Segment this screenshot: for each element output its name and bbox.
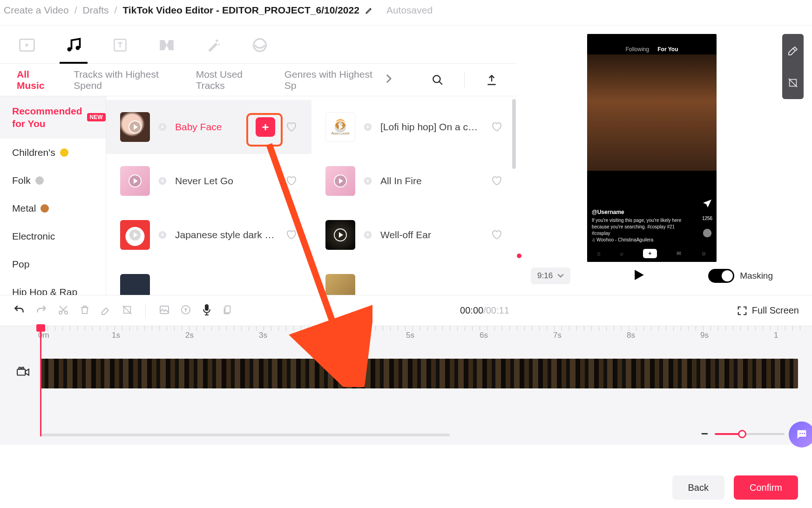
trash-icon[interactable]	[79, 304, 90, 317]
profile-nav-icon: ☺	[701, 250, 707, 257]
image-icon[interactable]	[159, 304, 170, 317]
tick-label: 1s	[112, 331, 120, 340]
download-icon[interactable]	[363, 176, 373, 186]
track-title: Well-off Ear	[380, 229, 483, 241]
genre-folk[interactable]: Folk	[0, 167, 106, 194]
upload-icon[interactable]	[483, 71, 500, 89]
filter-genres-spend[interactable]: Genres with Highest Sp	[284, 69, 376, 91]
track-title: [Lofi hip hop] On a c…	[380, 121, 483, 133]
medal-gold-icon	[60, 148, 68, 157]
medal-bronze-icon	[41, 204, 49, 213]
favorite-icon[interactable]	[285, 175, 298, 187]
tab-music[interactable]	[63, 33, 84, 57]
svg-point-25	[804, 433, 805, 434]
zoom-slider[interactable]	[715, 433, 785, 435]
track-row[interactable]	[106, 262, 311, 295]
timeline-toolbar: 00:00/00:11 Full Screen	[0, 295, 812, 326]
tick-label: 2s	[185, 331, 194, 340]
track-row[interactable]	[311, 262, 517, 295]
track-all-in-fire[interactable]: All In Fire	[311, 154, 517, 208]
filter-all-music[interactable]: All Music	[17, 69, 55, 91]
svg-point-20	[19, 367, 20, 369]
crop-tool-icon[interactable]	[782, 67, 804, 99]
video-track-icon	[17, 366, 30, 379]
download-icon[interactable]	[157, 176, 168, 186]
favorite-icon[interactable]	[491, 121, 503, 133]
cut-icon[interactable]	[58, 304, 69, 317]
tab-text[interactable]	[110, 33, 130, 57]
play-icon[interactable]	[120, 166, 150, 196]
add-track-button[interactable]: +	[256, 117, 275, 137]
download-icon[interactable]	[157, 122, 168, 132]
svg-point-21	[22, 367, 24, 369]
download-icon[interactable]	[157, 230, 168, 240]
filter-highest-spend[interactable]: Tracks with Highest Spend	[74, 69, 177, 91]
chevron-down-icon	[557, 274, 564, 278]
play-icon[interactable]	[120, 112, 150, 142]
play-icon[interactable]	[325, 166, 355, 196]
search-icon[interactable]	[429, 71, 446, 89]
genre-hiphop[interactable]: Hip Hop & Rap	[0, 278, 106, 295]
genre-recommended[interactable]: Recommended for You NEW	[0, 96, 106, 139]
track-jp-dark[interactable]: Japanese style dark …	[106, 208, 311, 262]
zoom-out-icon[interactable]: −	[701, 427, 708, 441]
text-frame-icon[interactable]	[180, 304, 191, 317]
masking-toggle[interactable]	[708, 269, 734, 283]
genre-metal[interactable]: Metal	[0, 194, 106, 222]
genre-pop[interactable]: Pop	[0, 250, 106, 278]
rename-icon[interactable]	[365, 6, 373, 14]
favorite-icon[interactable]	[491, 175, 503, 187]
genre-childrens[interactable]: Children's	[0, 139, 106, 167]
svg-point-23	[799, 433, 801, 434]
favorite-icon[interactable]	[285, 229, 298, 241]
play-icon[interactable]	[120, 220, 150, 250]
tab-transition[interactable]	[156, 33, 177, 57]
redo-icon[interactable]	[35, 304, 47, 318]
timeline[interactable]: 0m 1s 2s 3s 5s 6s 7s 8s 9s 1 − +	[0, 326, 812, 445]
track-never-let-go[interactable]: Never Let Go	[106, 154, 311, 208]
svg-point-24	[802, 433, 803, 434]
tick-label: 9s	[700, 331, 709, 340]
crop-icon[interactable]	[122, 305, 132, 317]
favorite-icon[interactable]	[491, 229, 503, 241]
track-thumb	[120, 166, 150, 196]
playhead[interactable]	[40, 326, 41, 436]
undo-icon[interactable]	[13, 304, 25, 318]
confirm-button[interactable]: Confirm	[734, 475, 798, 500]
track-lofi[interactable]: Audiostock [Lofi hip hop] On a c…	[311, 100, 517, 154]
timeline-scrollbar[interactable]	[40, 434, 450, 436]
track-thumb	[120, 112, 150, 142]
track-well-off-ear[interactable]: Well-off Ear	[311, 208, 517, 262]
genre-label: Metal	[12, 203, 36, 214]
eraser-tool-icon[interactable]	[782, 34, 804, 67]
genre-electronic[interactable]: Electronic	[0, 222, 106, 250]
download-icon[interactable]	[363, 122, 373, 132]
fullscreen-button[interactable]: Full Screen	[737, 305, 799, 316]
aspect-ratio-dropdown[interactable]: 9:16	[531, 267, 570, 284]
tab-stickers[interactable]	[250, 33, 270, 57]
track-baby-face[interactable]: Baby Face +	[106, 100, 311, 154]
video-clip[interactable]	[40, 359, 798, 388]
favorite-icon[interactable]	[285, 121, 298, 133]
erase-icon[interactable]	[101, 304, 112, 317]
track-thumb	[325, 166, 355, 196]
timeline-ruler[interactable]: 0m 1s 2s 3s 5s 6s 7s 8s 9s 1	[40, 326, 807, 345]
tick-label: 1	[774, 331, 778, 340]
back-button[interactable]: Back	[672, 475, 724, 500]
tabs-scroll-right-icon[interactable]	[386, 74, 392, 86]
progress-dot-icon	[517, 254, 521, 258]
play-icon[interactable]	[325, 220, 355, 250]
copy-icon[interactable]	[222, 304, 232, 317]
divider	[145, 303, 146, 318]
breadcrumb-drafts[interactable]: Drafts	[83, 5, 109, 16]
breadcrumb-root[interactable]: Create a Video	[4, 5, 69, 16]
tab-effects[interactable]	[203, 33, 223, 57]
download-icon[interactable]	[363, 230, 373, 240]
tab-media[interactable]	[17, 33, 37, 57]
play-icon[interactable]	[326, 113, 355, 141]
chat-fab[interactable]	[789, 421, 812, 448]
filter-most-used[interactable]: Most Used Tracks	[196, 69, 266, 91]
mic-icon[interactable]	[202, 304, 212, 318]
masking-label: Masking	[740, 271, 773, 281]
play-button[interactable]	[634, 270, 644, 282]
